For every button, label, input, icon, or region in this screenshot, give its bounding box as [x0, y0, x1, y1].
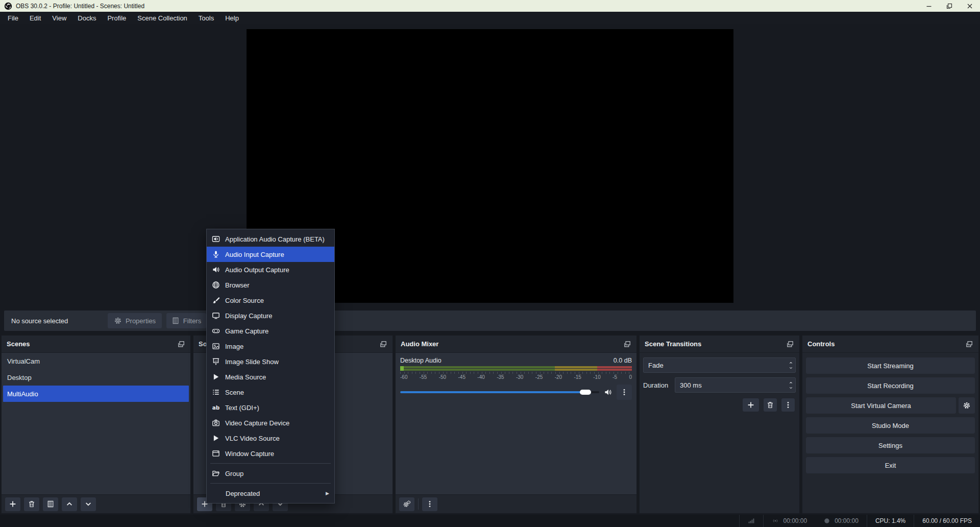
- menu-profile[interactable]: Profile: [102, 12, 132, 24]
- microphone-icon: [212, 250, 220, 258]
- popout-icon[interactable]: [965, 340, 973, 348]
- start-streaming-button[interactable]: Start Streaming: [806, 357, 975, 374]
- move-scene-down-button[interactable]: [81, 497, 96, 511]
- audio-mixer-body: Desktop Audio 0.0 dB -60 -55 -50 -45 -40…: [396, 353, 636, 494]
- menu-item-image-slide-show[interactable]: Image Slide Show: [207, 354, 334, 369]
- audio-mixer-title: Audio Mixer: [401, 340, 438, 348]
- title-bar: OBS 30.0.2 - Profile: Untitled - Scenes:…: [0, 0, 980, 12]
- controls-panel: Controls Start Streaming Start Recording…: [802, 335, 979, 514]
- settings-button[interactable]: Settings: [806, 437, 975, 453]
- restore-button[interactable]: [939, 0, 960, 12]
- volume-meter: [400, 366, 632, 371]
- menu-item-game-capture[interactable]: Game Capture: [207, 323, 334, 339]
- window-title: OBS 30.0.2 - Profile: Untitled - Scenes:…: [16, 3, 144, 10]
- channel-name: Desktop Audio: [400, 357, 442, 364]
- window-icon: [212, 449, 220, 458]
- popout-icon[interactable]: [379, 340, 387, 348]
- menu-item-media-source[interactable]: Media Source: [207, 369, 334, 385]
- scenes-list: VirtualCam Desktop MultiAudio: [2, 353, 190, 494]
- text-ab-icon: ab: [212, 403, 220, 412]
- spin-up-icon[interactable]: [789, 380, 793, 385]
- cpu-usage: CPU: 1.4%: [867, 515, 914, 527]
- obs-logo-icon: [4, 2, 12, 10]
- exit-button[interactable]: Exit: [806, 457, 975, 473]
- menu-item-application-audio-capture[interactable]: Application Audio Capture (BETA): [207, 231, 334, 247]
- menu-item-window-capture[interactable]: Window Capture: [207, 446, 334, 461]
- menu-item-color-source[interactable]: Color Source: [207, 293, 334, 308]
- add-scene-button[interactable]: [5, 497, 20, 511]
- application-audio-capture-icon: [212, 235, 220, 243]
- start-recording-button[interactable]: Start Recording: [806, 377, 975, 394]
- meter-tickmarks: [400, 372, 632, 374]
- speaker-icon[interactable]: [604, 388, 612, 396]
- menu-view[interactable]: View: [46, 12, 72, 24]
- studio-mode-button[interactable]: Studio Mode: [806, 417, 975, 434]
- source-status-text: No source selected: [11, 317, 68, 325]
- status-bar: 00:00:00 00:00:00 CPU: 1.4% 60.00 / 60.0…: [0, 515, 980, 527]
- menu-item-scene[interactable]: Scene: [207, 385, 334, 400]
- close-button[interactable]: [960, 0, 980, 12]
- properties-button[interactable]: Properties: [108, 313, 162, 328]
- stream-timer: 00:00:00: [783, 517, 807, 524]
- move-scene-up-button[interactable]: [62, 497, 77, 511]
- menu-edit[interactable]: Edit: [24, 12, 46, 24]
- menu-item-vlc-video-source[interactable]: VLC Video Source: [207, 430, 334, 446]
- gamepad-icon: [212, 327, 220, 335]
- duration-spinbox[interactable]: 300 ms: [675, 377, 796, 393]
- play-icon: [212, 373, 220, 381]
- remove-scene-button[interactable]: [24, 497, 39, 511]
- scene-item-desktop[interactable]: Desktop: [2, 369, 190, 386]
- remove-transition-button[interactable]: [764, 398, 777, 412]
- audio-mixer-panel: Audio Mixer Desktop Audio 0.0 dB -60 -55…: [395, 335, 637, 514]
- scene-item-virtualcam[interactable]: VirtualCam: [2, 353, 190, 369]
- volume-slider-handle[interactable]: [580, 390, 591, 395]
- record-dot-icon: [823, 517, 830, 524]
- menu-item-browser[interactable]: Browser: [207, 277, 334, 293]
- menu-item-deprecated[interactable]: Deprecated ▶: [207, 486, 334, 501]
- volume-slider[interactable]: [400, 391, 599, 393]
- popout-icon[interactable]: [786, 340, 794, 348]
- channel-volume-db: 0.0 dB: [614, 357, 632, 364]
- camera-icon: [212, 419, 220, 427]
- mixer-options-button[interactable]: [422, 497, 437, 511]
- menu-item-video-capture-device[interactable]: Video Capture Device: [207, 415, 334, 430]
- menu-help[interactable]: Help: [219, 12, 244, 24]
- record-timer-cell: 00:00:00: [815, 515, 867, 527]
- spin-down-icon[interactable]: [789, 386, 793, 390]
- spin-up-icon[interactable]: [789, 361, 793, 365]
- menu-docks[interactable]: Docks: [72, 12, 102, 24]
- menu-file[interactable]: File: [2, 12, 24, 24]
- menu-item-text-gdi[interactable]: ab Text (GDI+): [207, 400, 334, 415]
- minimize-button[interactable]: [919, 0, 939, 12]
- popout-icon[interactable]: [623, 340, 631, 348]
- transition-buttons: [643, 398, 796, 412]
- spin-down-icon[interactable]: [789, 366, 793, 370]
- scene-transitions-title: Scene Transitions: [645, 340, 701, 348]
- play-icon: [212, 434, 220, 442]
- monitor-icon: [212, 312, 220, 320]
- menu-item-audio-input-capture[interactable]: Audio Input Capture: [207, 247, 334, 262]
- channel-options-button[interactable]: [617, 385, 632, 400]
- filters-button[interactable]: Filters: [166, 313, 206, 328]
- menu-item-audio-output-capture[interactable]: Audio Output Capture: [207, 262, 334, 277]
- menu-item-group[interactable]: Group: [207, 466, 334, 481]
- stream-timer-cell: 00:00:00: [764, 515, 815, 527]
- menu-item-image[interactable]: Image: [207, 339, 334, 354]
- source-toolbar: No source selected Properties Filters: [4, 310, 976, 331]
- menu-scene-collection[interactable]: Scene Collection: [132, 12, 193, 24]
- broadcast-icon: [772, 517, 779, 524]
- signal-bars-icon: [748, 517, 755, 524]
- virtual-camera-config-button[interactable]: [959, 397, 975, 414]
- popout-icon[interactable]: [177, 340, 185, 348]
- transition-options-button[interactable]: [781, 398, 795, 412]
- menu-tools[interactable]: Tools: [193, 12, 219, 24]
- add-transition-button[interactable]: [743, 398, 759, 412]
- menu-item-display-capture[interactable]: Display Capture: [207, 308, 334, 323]
- scene-item-multiaudio[interactable]: MultiAudio: [3, 386, 189, 402]
- scene-filters-button[interactable]: [43, 497, 58, 511]
- slideshow-icon: [212, 357, 220, 366]
- start-virtual-camera-button[interactable]: Start Virtual Camera: [806, 397, 956, 414]
- advanced-audio-button[interactable]: [399, 497, 414, 511]
- transition-select[interactable]: Fade: [643, 357, 796, 373]
- scenes-toolbar: [2, 494, 190, 513]
